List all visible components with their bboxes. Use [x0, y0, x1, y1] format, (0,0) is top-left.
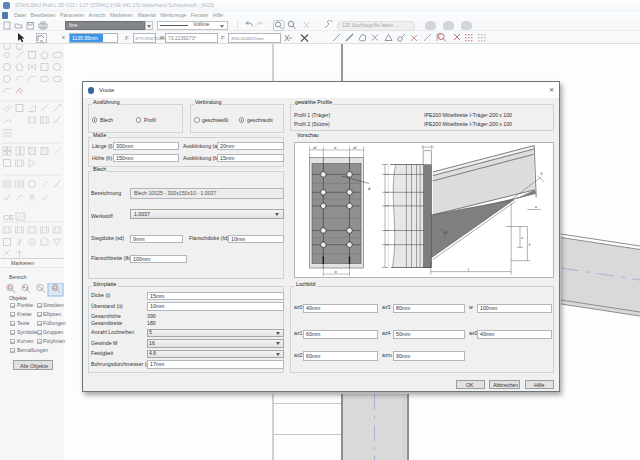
svg-text:10°: 10°	[444, 230, 448, 234]
svg-text:a0: a0	[313, 146, 317, 150]
svg-text:w: w	[334, 269, 337, 273]
svg-text:a: a	[535, 204, 537, 208]
svg-text:a0: a0	[353, 146, 357, 150]
svg-text:w: w	[334, 146, 337, 150]
svg-text:a: a	[521, 236, 523, 240]
svg-text:h: h	[528, 243, 530, 247]
svg-text:d: d	[368, 186, 370, 191]
svg-text:4: 4	[540, 171, 542, 175]
svg-text:l: l	[468, 267, 469, 271]
svg-text:CE: CE	[3, 213, 14, 222]
